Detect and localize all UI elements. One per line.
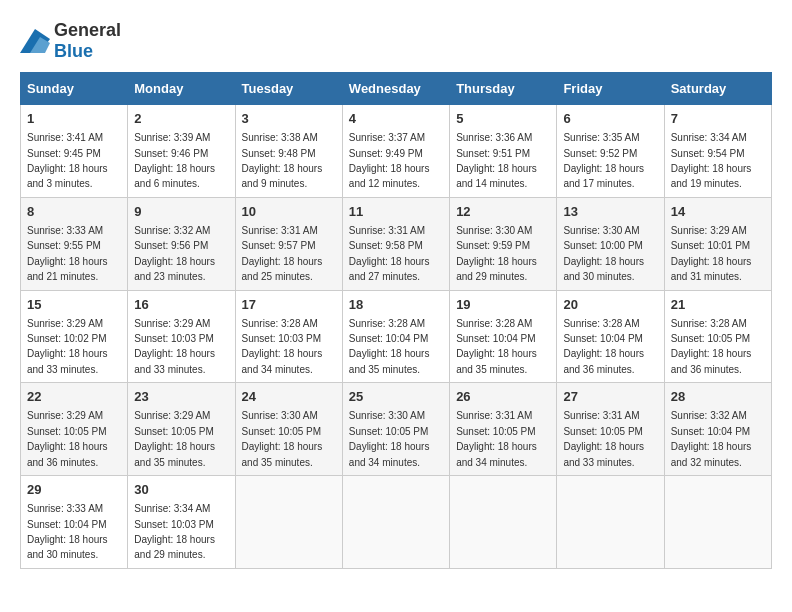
day-number: 16: [134, 296, 228, 314]
calendar-cell: 16Sunrise: 3:29 AMSunset: 10:03 PMDaylig…: [128, 290, 235, 383]
logo-blue: Blue: [54, 41, 93, 61]
day-sunrise: Sunrise: 3:32 AM: [134, 225, 210, 236]
day-number: 27: [563, 388, 657, 406]
calendar-cell: 18Sunrise: 3:28 AMSunset: 10:04 PMDaylig…: [342, 290, 449, 383]
day-sunset: Sunset: 10:04 PM: [456, 333, 536, 344]
day-sunset: Sunset: 10:04 PM: [563, 333, 643, 344]
day-number: 5: [456, 110, 550, 128]
day-sunset: Sunset: 9:45 PM: [27, 148, 101, 159]
day-sunrise: Sunrise: 3:29 AM: [134, 318, 210, 329]
day-sunset: Sunset: 9:52 PM: [563, 148, 637, 159]
day-daylight: Daylight: 18 hours and 35 minutes.: [134, 441, 215, 467]
calendar-cell: 1Sunrise: 3:41 AMSunset: 9:45 PMDaylight…: [21, 105, 128, 198]
day-daylight: Daylight: 18 hours and 32 minutes.: [671, 441, 752, 467]
day-number: 25: [349, 388, 443, 406]
day-sunset: Sunset: 9:51 PM: [456, 148, 530, 159]
day-sunset: Sunset: 10:04 PM: [27, 519, 107, 530]
day-sunrise: Sunrise: 3:29 AM: [27, 318, 103, 329]
day-sunset: Sunset: 10:05 PM: [134, 426, 214, 437]
day-daylight: Daylight: 18 hours and 27 minutes.: [349, 256, 430, 282]
day-sunrise: Sunrise: 3:33 AM: [27, 225, 103, 236]
day-number: 19: [456, 296, 550, 314]
calendar-table: SundayMondayTuesdayWednesdayThursdayFrid…: [20, 72, 772, 569]
day-sunrise: Sunrise: 3:35 AM: [563, 132, 639, 143]
calendar-cell: 8Sunrise: 3:33 AMSunset: 9:55 PMDaylight…: [21, 197, 128, 290]
header-day-friday: Friday: [557, 73, 664, 105]
day-sunrise: Sunrise: 3:29 AM: [27, 410, 103, 421]
calendar-cell: 17Sunrise: 3:28 AMSunset: 10:03 PMDaylig…: [235, 290, 342, 383]
calendar-cell: 13Sunrise: 3:30 AMSunset: 10:00 PMDaylig…: [557, 197, 664, 290]
calendar-cell: 19Sunrise: 3:28 AMSunset: 10:04 PMDaylig…: [450, 290, 557, 383]
day-daylight: Daylight: 18 hours and 25 minutes.: [242, 256, 323, 282]
calendar-cell: [342, 476, 449, 569]
day-sunset: Sunset: 10:02 PM: [27, 333, 107, 344]
calendar-cell: 28Sunrise: 3:32 AMSunset: 10:04 PMDaylig…: [664, 383, 771, 476]
header-day-sunday: Sunday: [21, 73, 128, 105]
day-number: 15: [27, 296, 121, 314]
day-number: 21: [671, 296, 765, 314]
day-daylight: Daylight: 18 hours and 31 minutes.: [671, 256, 752, 282]
day-daylight: Daylight: 18 hours and 35 minutes.: [242, 441, 323, 467]
day-sunrise: Sunrise: 3:41 AM: [27, 132, 103, 143]
header-day-tuesday: Tuesday: [235, 73, 342, 105]
day-daylight: Daylight: 18 hours and 14 minutes.: [456, 163, 537, 189]
day-sunset: Sunset: 10:04 PM: [349, 333, 429, 344]
logo-general: General: [54, 20, 121, 40]
calendar-cell: 15Sunrise: 3:29 AMSunset: 10:02 PMDaylig…: [21, 290, 128, 383]
day-sunrise: Sunrise: 3:28 AM: [563, 318, 639, 329]
calendar-header: SundayMondayTuesdayWednesdayThursdayFrid…: [21, 73, 772, 105]
calendar-cell: 6Sunrise: 3:35 AMSunset: 9:52 PMDaylight…: [557, 105, 664, 198]
logo: General Blue: [20, 20, 121, 62]
header-day-thursday: Thursday: [450, 73, 557, 105]
day-sunrise: Sunrise: 3:37 AM: [349, 132, 425, 143]
day-sunset: Sunset: 10:05 PM: [242, 426, 322, 437]
day-number: 29: [27, 481, 121, 499]
calendar-week-2: 8Sunrise: 3:33 AMSunset: 9:55 PMDaylight…: [21, 197, 772, 290]
day-sunrise: Sunrise: 3:28 AM: [349, 318, 425, 329]
day-sunset: Sunset: 9:48 PM: [242, 148, 316, 159]
day-sunrise: Sunrise: 3:29 AM: [134, 410, 210, 421]
calendar-cell: 10Sunrise: 3:31 AMSunset: 9:57 PMDayligh…: [235, 197, 342, 290]
calendar-cell: 27Sunrise: 3:31 AMSunset: 10:05 PMDaylig…: [557, 383, 664, 476]
calendar-week-5: 29Sunrise: 3:33 AMSunset: 10:04 PMDaylig…: [21, 476, 772, 569]
day-number: 14: [671, 203, 765, 221]
day-sunrise: Sunrise: 3:36 AM: [456, 132, 532, 143]
day-number: 20: [563, 296, 657, 314]
day-sunrise: Sunrise: 3:34 AM: [671, 132, 747, 143]
day-sunset: Sunset: 10:05 PM: [27, 426, 107, 437]
day-daylight: Daylight: 18 hours and 29 minutes.: [134, 534, 215, 560]
day-sunset: Sunset: 10:00 PM: [563, 240, 643, 251]
day-number: 28: [671, 388, 765, 406]
day-sunset: Sunset: 9:58 PM: [349, 240, 423, 251]
day-number: 24: [242, 388, 336, 406]
day-sunrise: Sunrise: 3:30 AM: [242, 410, 318, 421]
day-sunset: Sunset: 9:49 PM: [349, 148, 423, 159]
day-number: 9: [134, 203, 228, 221]
calendar-cell: 2Sunrise: 3:39 AMSunset: 9:46 PMDaylight…: [128, 105, 235, 198]
day-number: 4: [349, 110, 443, 128]
day-sunset: Sunset: 10:01 PM: [671, 240, 751, 251]
day-daylight: Daylight: 18 hours and 29 minutes.: [456, 256, 537, 282]
day-sunset: Sunset: 9:54 PM: [671, 148, 745, 159]
day-daylight: Daylight: 18 hours and 12 minutes.: [349, 163, 430, 189]
day-daylight: Daylight: 18 hours and 36 minutes.: [27, 441, 108, 467]
day-sunrise: Sunrise: 3:28 AM: [242, 318, 318, 329]
calendar-cell: 12Sunrise: 3:30 AMSunset: 9:59 PMDayligh…: [450, 197, 557, 290]
calendar-week-4: 22Sunrise: 3:29 AMSunset: 10:05 PMDaylig…: [21, 383, 772, 476]
header-row: SundayMondayTuesdayWednesdayThursdayFrid…: [21, 73, 772, 105]
header-day-monday: Monday: [128, 73, 235, 105]
calendar-cell: [664, 476, 771, 569]
day-sunrise: Sunrise: 3:33 AM: [27, 503, 103, 514]
day-number: 18: [349, 296, 443, 314]
calendar-cell: 25Sunrise: 3:30 AMSunset: 10:05 PMDaylig…: [342, 383, 449, 476]
day-sunset: Sunset: 9:46 PM: [134, 148, 208, 159]
day-sunset: Sunset: 9:55 PM: [27, 240, 101, 251]
calendar-cell: 14Sunrise: 3:29 AMSunset: 10:01 PMDaylig…: [664, 197, 771, 290]
day-number: 2: [134, 110, 228, 128]
day-daylight: Daylight: 18 hours and 9 minutes.: [242, 163, 323, 189]
day-sunrise: Sunrise: 3:30 AM: [456, 225, 532, 236]
day-daylight: Daylight: 18 hours and 34 minutes.: [242, 348, 323, 374]
calendar-cell: 9Sunrise: 3:32 AMSunset: 9:56 PMDaylight…: [128, 197, 235, 290]
calendar-cell: 26Sunrise: 3:31 AMSunset: 10:05 PMDaylig…: [450, 383, 557, 476]
day-daylight: Daylight: 18 hours and 33 minutes.: [27, 348, 108, 374]
